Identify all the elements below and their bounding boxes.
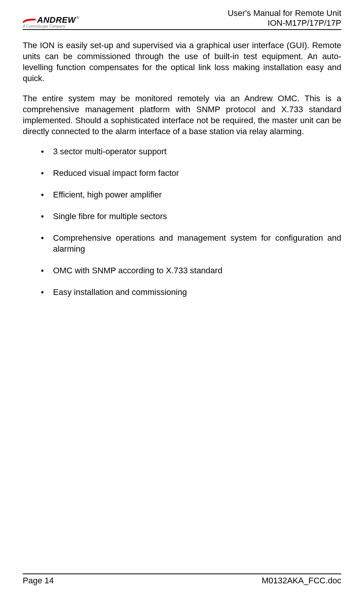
list-item: Reduced visual impact form factor [41,168,341,179]
page-header: ANDREW ® A CommScope Company User's Manu… [23,8,341,30]
document-page: ANDREW ® A CommScope Company User's Manu… [0,0,364,597]
header-title-line1: User's Manual for Remote Unit [228,8,341,18]
paragraph-2: The entire system may be monitored remot… [23,93,341,137]
list-item: OMC with SNMP according to X.733 standar… [41,265,341,276]
brand-logo-top: ANDREW ® [23,15,79,25]
list-item: Easy installation and commissioning [41,287,341,298]
brand-registered-icon: ® [77,16,79,20]
list-item: Single fibre for multiple sectors [41,211,341,222]
list-item: 3 sector multi-operator support [41,146,341,157]
header-title-line2: ION-M17P/17P/17P [228,18,341,28]
brand-swoosh-icon [23,18,36,23]
paragraph-1: The ION is easily set-up and supervised … [23,40,341,84]
document-filename: M0132AKA_FCC.doc [262,576,341,586]
brand-name: ANDREW [37,15,76,25]
header-title-block: User's Manual for Remote Unit ION-M17P/1… [228,8,341,29]
brand-tagline: A CommScope Company [23,24,65,28]
feature-list: 3 sector multi-operator support Reduced … [23,146,341,298]
page-body: The ION is easily set-up and supervised … [23,40,341,573]
page-number: Page 14 [23,576,54,586]
list-item: Efficient, high power amplifier [41,189,341,200]
page-footer: Page 14 M0132AKA_FCC.doc [23,573,341,586]
brand-logo: ANDREW ® A CommScope Company [23,15,79,29]
list-item: Comprehensive operations and management … [41,232,341,254]
